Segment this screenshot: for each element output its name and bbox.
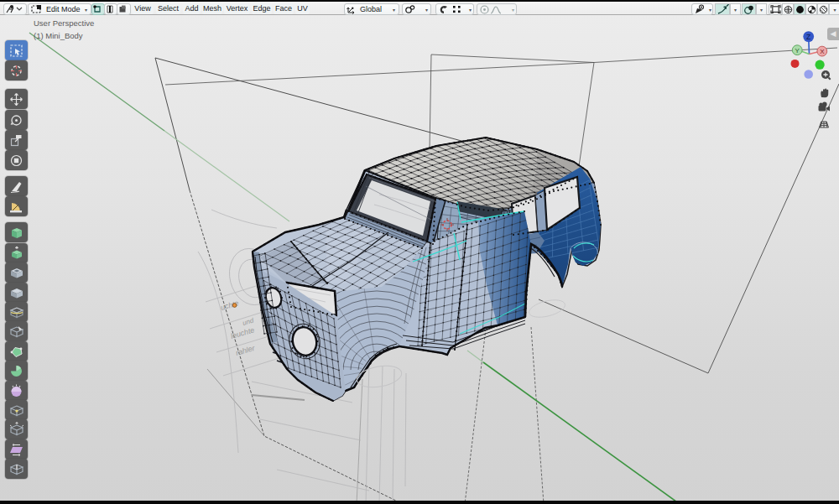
svg-text:leuchte: leuchte <box>230 325 256 340</box>
svg-text:Y: Y <box>795 47 800 55</box>
svg-text:Z: Z <box>806 33 810 41</box>
svg-text:X: X <box>820 48 825 55</box>
